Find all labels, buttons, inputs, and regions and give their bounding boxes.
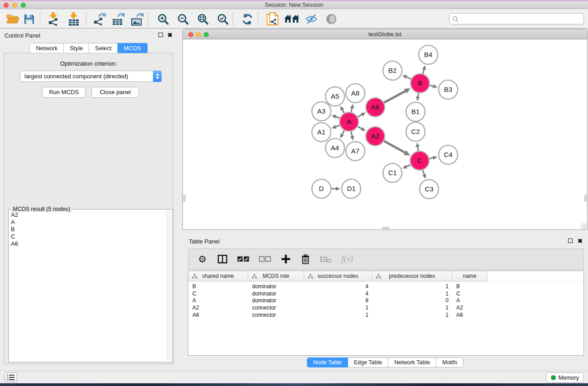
search-input[interactable] [449,13,584,24]
zoom-in-button[interactable] [155,11,171,27]
mcds-result-item[interactable]: A [11,219,165,226]
column-header-successor-nodes[interactable]: successor nodes [304,271,372,281]
zoom-window-button[interactable] [21,3,26,8]
table-row[interactable]: Bdominator41B [188,283,583,290]
column-label: successor nodes [317,273,358,279]
run-mcds-button[interactable]: Run MCDS [42,87,86,98]
eye-slash-icon [305,13,318,25]
open-session-button[interactable] [5,11,21,27]
zoom-out-button[interactable] [175,11,191,27]
minimize-window-button[interactable] [12,3,17,8]
close-network-button[interactable] [188,32,193,37]
show-preview-button[interactable] [323,11,339,27]
table-row[interactable]: Adominator80A [188,297,583,305]
resize-grip-icon[interactable] [581,223,587,229]
refresh-layout-button[interactable] [239,11,255,27]
edge-B-B4[interactable] [423,70,424,74]
network-canvas[interactable]: B4B2BB3A5A8A6B1A3AA1A2C2A4A7C4CC1C3DD1 [182,39,588,230]
table-cell: 4 [304,283,372,290]
tab-style[interactable]: Style [64,43,89,53]
control-panel-title: Control Panel [5,32,40,39]
tab-motifs[interactable]: Motifs [436,357,464,367]
edge-C-C3[interactable] [423,170,425,175]
minimize-network-button[interactable] [196,32,201,37]
close-window-button[interactable] [4,3,9,8]
edge-A-A4[interactable] [342,130,344,134]
edge-A-A5[interactable] [342,110,344,114]
zoom-selected-button[interactable] [215,11,231,27]
column-header-MCDS-role[interactable]: MCDS role [248,271,304,281]
edge-A-A2[interactable] [357,126,362,129]
export-network-button[interactable] [91,11,107,27]
mcds-result-item[interactable]: C [11,233,165,240]
memory-button[interactable]: Memory [546,372,584,383]
mcds-result-item[interactable]: B [11,226,165,233]
column-header-name[interactable]: name [452,271,488,281]
edge-B-B2[interactable] [406,77,411,79]
column-header-shared-name[interactable]: shared name [188,271,248,281]
tab-node-table[interactable]: Node Table [307,357,348,367]
criterion-select[interactable]: largest connected component (directed) [20,71,162,82]
hide-preview-button[interactable] [303,11,320,27]
edge-A-A3[interactable] [336,117,340,119]
delete-row-button[interactable] [300,254,311,264]
result-scrollbar[interactable] [167,210,172,361]
tab-mcds[interactable]: MCDS [118,43,147,53]
table-cell: A [188,297,248,304]
tab-edge-table[interactable]: Edge Table [348,357,388,367]
mcds-result-item[interactable]: A2 [11,211,165,219]
export-image-button[interactable] [129,11,145,27]
right-splitter-handle[interactable] [584,195,587,202]
function-builder-button[interactable]: f(x) [339,254,355,264]
edge-arrow-icon [350,104,354,109]
close-panel-icon[interactable]: ✖ [167,33,172,38]
table-row[interactable]: A2connector11A2 [188,304,583,311]
main-titlebar[interactable]: Session: New Session [0,1,588,9]
edge-B-B1[interactable] [418,93,418,97]
bottom-splitter-handle[interactable] [382,227,389,229]
float-table-panel-icon[interactable] [568,238,573,243]
add-row-button[interactable] [280,255,292,263]
edge-A-A6[interactable] [357,114,362,117]
import-table-button[interactable] [66,11,82,27]
edge-B-B3[interactable] [429,86,433,86]
edge-A-A1[interactable] [336,125,340,127]
edge-A6-B[interactable] [384,91,406,103]
table-row[interactable]: A6connector11A6 [188,311,583,319]
import-network-button[interactable] [45,11,62,27]
select-all-button[interactable] [236,256,250,262]
edge-A2-C[interactable] [383,141,405,152]
edge-A-A8[interactable] [351,108,352,112]
node-label: A6 [371,103,379,111]
edge-C-C2[interactable] [418,147,418,152]
show-columns-button[interactable] [216,255,228,263]
delete-table-button[interactable] [320,256,331,263]
memory-status-icon [551,375,556,380]
edge-C-C1[interactable] [406,165,411,167]
export-to-ndex-button[interactable] [264,11,281,27]
deselect-all-button[interactable] [258,256,272,262]
close-panel-button[interactable]: Close panel [91,87,139,98]
open-browser-button[interactable] [283,11,300,27]
column-settings-button[interactable]: ⚙ [196,255,208,264]
edge-A-A7[interactable] [351,131,352,136]
task-history-button[interactable] [5,372,17,382]
column-header-predecessor-nodes[interactable]: predecessor nodes [372,271,452,281]
zoom-fit-button[interactable] [195,11,211,27]
export-table-button[interactable] [110,11,126,27]
save-session-button[interactable] [21,11,37,27]
memory-label: Memory [559,375,579,381]
tab-network[interactable]: Network [29,43,64,53]
close-table-panel-icon[interactable]: ✖ [578,238,583,244]
network-window-titlebar[interactable]: testGlobe.txt [182,29,588,39]
zoom-network-button[interactable] [204,32,209,37]
tab-network-table[interactable]: Network Table [388,357,436,367]
select-stepper-icon[interactable] [153,71,162,82]
table-cell: B [188,283,248,290]
edge-C-C4[interactable] [429,158,433,159]
float-panel-icon[interactable] [158,33,163,37]
left-splitter-handle[interactable] [183,195,186,202]
table-row[interactable]: Cdominator41C [188,290,583,297]
mcds-result-item[interactable]: A6 [11,240,165,248]
tab-select[interactable]: Select [89,43,118,53]
